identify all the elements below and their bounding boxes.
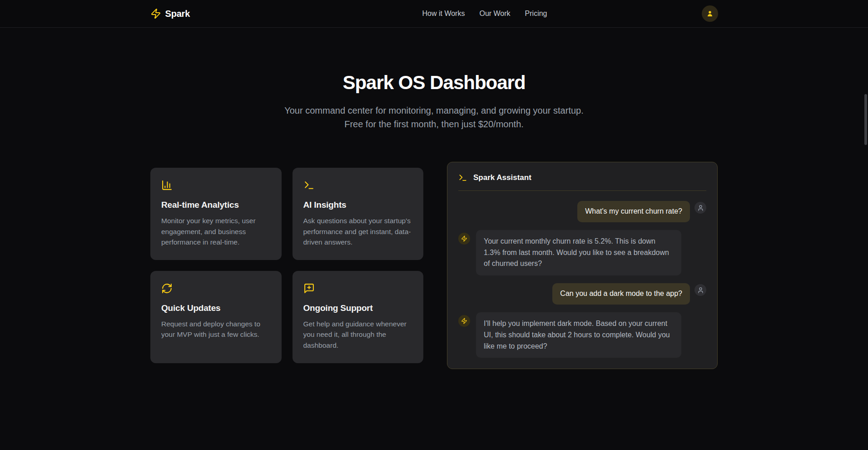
chat-messages: What's my current churn rate?: [458, 201, 706, 358]
feature-card-ongoing-support: Ongoing Support Get help and guidance wh…: [293, 271, 424, 363]
hero-subtitle: Your command center for monitoring, mana…: [275, 104, 593, 131]
page-title: Spark OS Dashboard: [0, 72, 868, 94]
chat-message-assistant: I'll help you implement dark mode. Based…: [458, 312, 706, 358]
feature-card-quick-updates: Quick Updates Request and deploy changes…: [150, 271, 282, 363]
bar-chart-icon: [161, 180, 271, 191]
refresh-icon: [161, 283, 271, 294]
page: Spark How it Works Our Work Pricing Spar…: [0, 0, 868, 450]
message-square-plus-icon: [303, 283, 413, 294]
scrollbar-track: [863, 0, 868, 450]
assistant-panel-title: Spark Assistant: [473, 173, 531, 182]
spark-assistant-panel: Spark Assistant What's my current churn …: [447, 162, 718, 369]
nav-link-how-it-works[interactable]: How it Works: [422, 10, 465, 18]
feature-description: Request and deploy changes to your MVP w…: [161, 319, 271, 340]
user-message-bubble: What's my current churn rate?: [577, 201, 690, 222]
spark-zap-icon: [461, 318, 467, 324]
feature-title: Quick Updates: [161, 303, 271, 313]
feature-title: Real-time Analytics: [161, 200, 271, 210]
features-grid: Real-time Analytics Monitor your key met…: [150, 168, 423, 363]
feature-title: Ongoing Support: [303, 303, 413, 313]
account-avatar-button[interactable]: [702, 5, 718, 22]
user-avatar: [694, 284, 706, 296]
content-row: Real-time Analytics Monitor your key met…: [0, 162, 868, 369]
feature-description: Get help and guidance whenever you need …: [303, 319, 413, 350]
main-content: Spark OS Dashboard Your command center f…: [0, 28, 868, 369]
main-nav: How it Works Our Work Pricing: [422, 10, 547, 18]
panel-divider: [458, 190, 706, 191]
assistant-message-bubble: Your current monthly churn rate is 5.2%.…: [476, 230, 681, 275]
feature-card-realtime-analytics: Real-time Analytics Monitor your key met…: [150, 168, 282, 260]
assistant-panel-header: Spark Assistant: [458, 173, 706, 182]
user-avatar: [694, 202, 706, 214]
user-icon: [697, 287, 704, 294]
user-icon: [706, 10, 714, 18]
user-icon: [697, 205, 704, 211]
feature-card-ai-insights: AI Insights Ask questions about your sta…: [293, 168, 424, 260]
feature-description: Ask questions about your startup's perfo…: [303, 215, 413, 247]
assistant-message-bubble: I'll help you implement dark mode. Based…: [476, 312, 681, 358]
nav-link-our-work[interactable]: Our Work: [479, 10, 510, 18]
spark-zap-icon: [461, 235, 467, 242]
top-navbar: Spark How it Works Our Work Pricing: [0, 0, 868, 28]
terminal-icon: [303, 180, 413, 191]
assistant-avatar: [458, 233, 470, 245]
terminal-icon: [458, 173, 467, 182]
chat-message-user: Can you add a dark mode to the app?: [458, 283, 706, 305]
scrollbar-thumb[interactable]: [864, 94, 867, 145]
chat-message-user: What's my current churn rate?: [458, 201, 706, 222]
brand-name: Spark: [165, 9, 190, 19]
chat-message-assistant: Your current monthly churn rate is 5.2%.…: [458, 230, 706, 275]
feature-title: AI Insights: [303, 200, 413, 210]
hero-section: Spark OS Dashboard Your command center f…: [0, 28, 868, 131]
nav-link-pricing[interactable]: Pricing: [525, 10, 547, 18]
feature-description: Monitor your key metrics, user engagemen…: [161, 215, 271, 247]
assistant-avatar: [458, 315, 470, 327]
spark-zap-icon: [150, 8, 161, 19]
brand-logo[interactable]: Spark: [150, 8, 190, 19]
user-message-bubble: Can you add a dark mode to the app?: [552, 283, 690, 305]
